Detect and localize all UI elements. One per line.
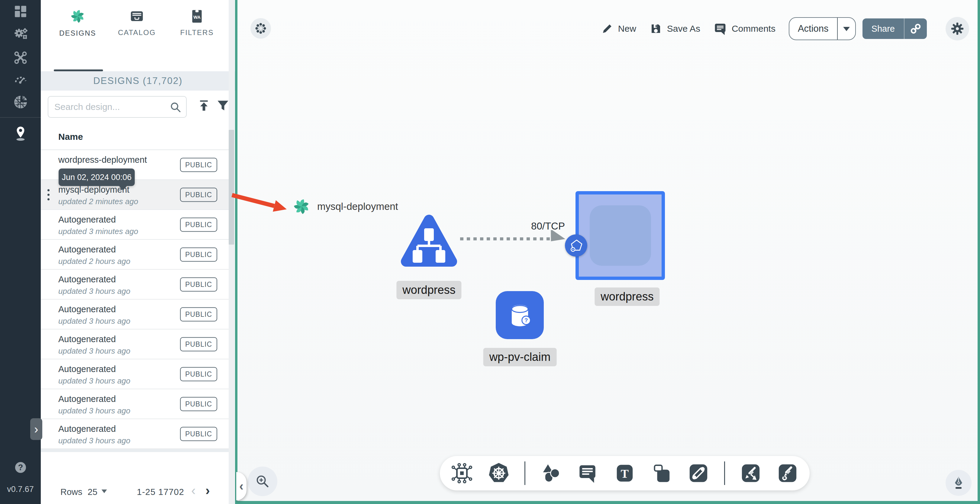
list-scrollbar-track[interactable] — [229, 0, 235, 504]
pagination-range: 1-25 17702 — [137, 487, 184, 497]
save-as-button[interactable]: Save As — [649, 22, 700, 35]
nav-lifecycle[interactable] — [0, 23, 41, 46]
kubernetes-tool[interactable] — [488, 462, 510, 484]
search-input[interactable] — [54, 97, 166, 117]
rows-label: Rows — [60, 487, 83, 497]
tab-catalog[interactable]: CATALOG — [111, 8, 162, 37]
save-icon — [649, 22, 662, 35]
actions-dropdown[interactable] — [838, 23, 855, 35]
tab-designs[interactable]: DESIGNS — [52, 8, 103, 37]
nav-extensions[interactable] — [0, 91, 41, 114]
panel-header: DESIGNS (17,702) — [41, 71, 235, 91]
search-icon[interactable] — [169, 101, 182, 115]
design-name: Autogenerated — [58, 275, 116, 285]
page-next-icon[interactable]: › — [205, 483, 210, 498]
import-design-button[interactable] — [196, 97, 212, 114]
pen-nib-icon — [951, 475, 966, 490]
mysql-deployment-node[interactable]: mysql-deployment — [293, 197, 398, 216]
wordpress-deployment-node[interactable] — [399, 211, 459, 274]
settings-button[interactable] — [945, 17, 969, 40]
pencil-swirl-icon — [777, 463, 798, 484]
location-pin-icon — [13, 125, 28, 142]
visibility-badge: PUBLIC — [180, 337, 217, 351]
nav-kanvas-active[interactable] — [0, 122, 41, 145]
dot-cluster-icon — [254, 21, 268, 35]
components-tool[interactable] — [451, 462, 473, 484]
visibility-badge: PUBLIC — [180, 307, 217, 321]
frame-icon — [651, 463, 672, 484]
comments-button[interactable]: Comments — [714, 22, 775, 35]
new-label: New — [618, 24, 636, 34]
panel-collapse-handle[interactable]: ‹ — [236, 472, 247, 500]
kanvas-app: ? v0.7.67 › DESIGNS — [0, 0, 980, 504]
nav-performance[interactable] — [0, 68, 41, 91]
design-name: Autogenerated — [58, 304, 116, 314]
pen-arrow-icon — [740, 463, 761, 484]
mysql-deployment-label: mysql-deployment — [317, 201, 398, 212]
edge-deployment-to-service[interactable] — [460, 237, 551, 240]
frame-tool[interactable] — [651, 462, 673, 484]
design-row[interactable]: Autogenerated updated 2 hours ago PUBLIC — [41, 240, 229, 270]
catalog-icon — [129, 8, 145, 24]
shapes-tool[interactable] — [540, 462, 562, 484]
upload-icon — [197, 99, 210, 112]
search-box — [48, 96, 187, 118]
canvas-menu-button[interactable] — [250, 18, 271, 39]
rows-per-page-select[interactable]: 25 — [88, 487, 107, 497]
visibility-badge: PUBLIC — [180, 367, 217, 381]
nav-dashboard[interactable] — [0, 0, 41, 23]
nav-help[interactable]: ? — [0, 456, 41, 479]
design-row[interactable]: Autogenerated updated 3 hours ago PUBLIC — [41, 359, 229, 389]
design-name: Autogenerated — [58, 334, 116, 344]
service-badge[interactable] — [565, 234, 587, 257]
visibility-badge: PUBLIC — [180, 397, 217, 411]
tab-filters[interactable]: WA FILTERS — [171, 8, 223, 37]
design-updated: updated 3 hours ago — [58, 436, 130, 445]
extensions-pie-icon — [13, 94, 28, 110]
design-mode-button[interactable] — [945, 470, 972, 496]
freehand-draw-tool[interactable] — [776, 462, 799, 484]
design-updated: updated 2 minutes ago — [58, 197, 138, 206]
tab-catalog-label: CATALOG — [118, 29, 156, 37]
visibility-badge: PUBLIC — [180, 218, 217, 232]
actions-button[interactable]: Actions — [789, 17, 856, 40]
tab-filters-label: FILTERS — [180, 29, 214, 37]
design-updated: updated 2 hours ago — [58, 257, 130, 266]
visibility-badge: PUBLIC — [180, 247, 217, 262]
list-scrollbar-thumb[interactable] — [229, 130, 234, 245]
share-button[interactable]: Share — [862, 18, 927, 39]
row-menu-icon[interactable] — [48, 189, 49, 200]
design-canvas[interactable]: New Save As Comments Actions Share — [235, 0, 980, 504]
comment-tool[interactable] — [577, 462, 599, 484]
toolbox-icon — [13, 50, 28, 65]
wordpress-service-node[interactable] — [576, 191, 665, 280]
deployment-label: wordpress — [396, 281, 461, 299]
text-tool[interactable]: T — [614, 462, 636, 484]
copy-link-button[interactable] — [904, 23, 927, 35]
nav-rail: ? v0.7.67 › — [0, 0, 41, 504]
filters-wa-icon: WA — [189, 8, 205, 24]
pen-tool[interactable] — [740, 462, 762, 484]
relationship-tool[interactable] — [687, 462, 710, 484]
design-row[interactable]: Autogenerated updated 3 hours ago PUBLIC — [41, 270, 229, 300]
svg-text:T: T — [621, 467, 628, 480]
list-header: Name — [41, 123, 229, 150]
wp-pv-claim-node[interactable]: ? — [496, 291, 544, 339]
design-row[interactable]: Autogenerated updated 3 hours ago PUBLIC — [41, 300, 229, 329]
new-button[interactable]: New — [601, 22, 636, 35]
design-row[interactable]: Autogenerated updated 3 hours ago PUBLIC — [41, 389, 229, 419]
k8s-deployment-icon — [399, 211, 459, 273]
design-updated: updated 3 hours ago — [58, 406, 130, 415]
design-row[interactable]: Autogenerated updated 3 minutes ago PUBL… — [41, 210, 229, 240]
design-updated: updated 3 hours ago — [58, 316, 130, 326]
design-row[interactable]: Autogenerated updated 3 hours ago PUBLIC — [41, 419, 229, 449]
rail-expand-handle[interactable]: › — [30, 418, 42, 440]
visibility-badge: PUBLIC — [180, 188, 217, 202]
design-row[interactable]: Autogenerated updated 3 hours ago PUBLIC — [41, 329, 229, 359]
zoom-in-button[interactable] — [248, 467, 277, 496]
nav-configuration[interactable] — [0, 46, 41, 69]
gear-icon — [951, 22, 964, 35]
page-prev-icon[interactable]: ‹ — [191, 483, 196, 498]
date-tooltip: Jun 02, 2024 00:06 — [59, 169, 135, 186]
save-as-label: Save As — [667, 24, 700, 34]
